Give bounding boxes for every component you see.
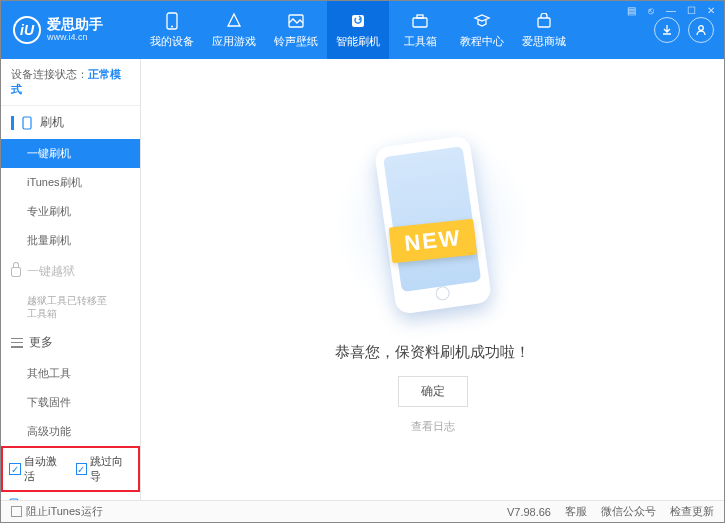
group-title: 一键越狱 bbox=[27, 263, 75, 280]
flash-options-row: ✓ 自动激活 ✓ 跳过向导 bbox=[1, 446, 140, 492]
tab-apps[interactable]: 应用游戏 bbox=[203, 1, 265, 59]
sidebar: 设备连接状态：正常模式 刷机 一键刷机 iTunes刷机 专业刷机 批量刷机 一… bbox=[1, 59, 141, 500]
ok-button[interactable]: 确定 bbox=[398, 376, 468, 407]
svg-rect-4 bbox=[413, 18, 427, 27]
support-link[interactable]: 客服 bbox=[565, 504, 587, 519]
version-label: V7.98.66 bbox=[507, 506, 551, 518]
window-controls: ▤ ⎋ — ☐ ✕ bbox=[624, 3, 718, 17]
store-icon bbox=[534, 11, 554, 31]
checkbox-label: 跳过向导 bbox=[90, 454, 132, 484]
update-link[interactable]: 检查更新 bbox=[670, 504, 714, 519]
app-title: 爱思助手 bbox=[47, 17, 103, 32]
flash-icon bbox=[348, 11, 368, 31]
checkbox-label: 自动激活 bbox=[24, 454, 66, 484]
sidebar-item-advanced[interactable]: 高级功能 bbox=[1, 417, 140, 446]
phone-icon bbox=[162, 11, 182, 31]
minimize-icon[interactable]: — bbox=[664, 3, 678, 17]
toolbox-icon bbox=[410, 11, 430, 31]
wallpaper-icon bbox=[286, 11, 306, 31]
checkbox-auto-activate[interactable]: ✓ 自动激活 bbox=[9, 454, 66, 484]
svg-point-7 bbox=[699, 26, 704, 31]
wechat-link[interactable]: 微信公众号 bbox=[601, 504, 656, 519]
svg-rect-5 bbox=[417, 15, 423, 18]
sidebar-item-itunes-flash[interactable]: iTunes刷机 bbox=[1, 168, 140, 197]
tab-label: 我的设备 bbox=[150, 34, 194, 49]
logo-icon: iU bbox=[13, 16, 41, 44]
main-content: NEW 恭喜您，保资料刷机成功啦！ 确定 查看日志 bbox=[141, 59, 724, 500]
apps-icon bbox=[224, 11, 244, 31]
sidebar-item-batch-flash[interactable]: 批量刷机 bbox=[1, 226, 140, 255]
header-actions bbox=[654, 17, 724, 43]
view-log-link[interactable]: 查看日志 bbox=[411, 419, 455, 434]
svg-rect-3 bbox=[352, 15, 364, 27]
nav-tabs: 我的设备 应用游戏 铃声壁纸 智能刷机 工具箱 教程中心 爱思商城 bbox=[141, 1, 654, 59]
tab-tutorials[interactable]: 教程中心 bbox=[451, 1, 513, 59]
pin-icon[interactable]: ⎋ bbox=[644, 3, 658, 17]
tab-ringtones[interactable]: 铃声壁纸 bbox=[265, 1, 327, 59]
group-title: 更多 bbox=[29, 334, 53, 351]
check-icon: ✓ bbox=[9, 463, 21, 475]
checkbox-label: 阻止iTunes运行 bbox=[26, 504, 103, 519]
tab-store[interactable]: 爱思商城 bbox=[513, 1, 575, 59]
download-button[interactable] bbox=[654, 17, 680, 43]
tab-label: 应用游戏 bbox=[212, 34, 256, 49]
conn-label: 设备连接状态： bbox=[11, 68, 88, 80]
app-header: iU 爱思助手 www.i4.cn 我的设备 应用游戏 铃声壁纸 智能刷机 工具… bbox=[1, 1, 724, 59]
success-message: 恭喜您，保资料刷机成功啦！ bbox=[335, 343, 530, 362]
jailbreak-note: 越狱工具已转移至 工具箱 bbox=[1, 288, 140, 326]
tab-my-device[interactable]: 我的设备 bbox=[141, 1, 203, 59]
sidebar-item-download-firmware[interactable]: 下载固件 bbox=[1, 388, 140, 417]
svg-rect-8 bbox=[23, 117, 31, 129]
tab-label: 爱思商城 bbox=[522, 34, 566, 49]
tutorial-icon bbox=[472, 11, 492, 31]
status-bar: 阻止iTunes运行 V7.98.66 客服 微信公众号 检查更新 bbox=[1, 500, 724, 522]
success-illustration: NEW bbox=[358, 125, 508, 325]
tab-label: 智能刷机 bbox=[336, 34, 380, 49]
sidebar-group-jailbreak: 一键越狱 bbox=[1, 255, 140, 288]
tab-toolbox[interactable]: 工具箱 bbox=[389, 1, 451, 59]
connection-status: 设备连接状态：正常模式 bbox=[1, 59, 140, 106]
menu-icon[interactable]: ▤ bbox=[624, 3, 638, 17]
checkbox-block-itunes[interactable]: 阻止iTunes运行 bbox=[11, 504, 103, 519]
svg-point-1 bbox=[171, 26, 173, 28]
checkbox-skip-setup[interactable]: ✓ 跳过向导 bbox=[76, 454, 133, 484]
tab-smart-flash[interactable]: 智能刷机 bbox=[327, 1, 389, 59]
user-button[interactable] bbox=[688, 17, 714, 43]
sidebar-group-flash[interactable]: 刷机 bbox=[1, 106, 140, 139]
logo: iU 爱思助手 www.i4.cn bbox=[1, 16, 141, 44]
app-subtitle: www.i4.cn bbox=[47, 33, 103, 43]
tab-label: 教程中心 bbox=[460, 34, 504, 49]
sidebar-item-pro-flash[interactable]: 专业刷机 bbox=[1, 197, 140, 226]
sidebar-item-oneclick-flash[interactable]: 一键刷机 bbox=[1, 139, 140, 168]
sidebar-group-more[interactable]: 更多 bbox=[1, 326, 140, 359]
check-icon: ✓ bbox=[76, 463, 88, 475]
phone-small-icon bbox=[22, 116, 34, 130]
checkbox-icon bbox=[11, 506, 22, 517]
sidebar-item-other-tools[interactable]: 其他工具 bbox=[1, 359, 140, 388]
group-title: 刷机 bbox=[40, 114, 64, 131]
hamburger-icon bbox=[11, 338, 23, 348]
svg-rect-6 bbox=[538, 18, 550, 27]
close-icon[interactable]: ✕ bbox=[704, 3, 718, 17]
lock-icon bbox=[11, 267, 21, 277]
maximize-icon[interactable]: ☐ bbox=[684, 3, 698, 17]
tab-label: 铃声壁纸 bbox=[274, 34, 318, 49]
tab-label: 工具箱 bbox=[404, 34, 437, 49]
